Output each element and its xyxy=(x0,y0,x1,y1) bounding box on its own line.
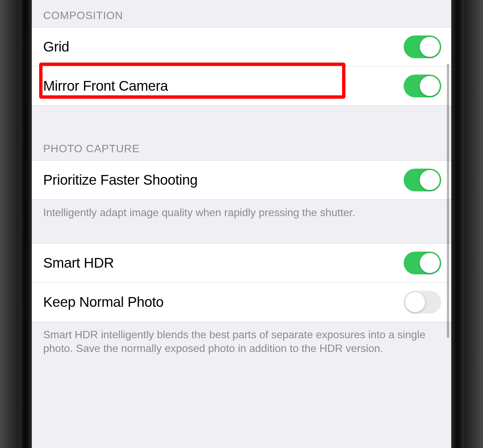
row-smart-hdr[interactable]: Smart HDR xyxy=(32,243,451,283)
device-frame: COMPOSITION Grid Mirror Front Camera PHO… xyxy=(0,0,483,448)
toggle-knob xyxy=(420,170,440,190)
toggle-knob xyxy=(420,253,440,273)
bezel-edge-left xyxy=(0,0,19,448)
section-header-composition: COMPOSITION xyxy=(32,0,451,27)
row-label-mirror-front-camera: Mirror Front Camera xyxy=(43,78,168,94)
section-header-photo-capture: PHOTO CAPTURE xyxy=(32,106,451,160)
toggle-knob xyxy=(420,76,440,96)
row-prioritize-faster-shooting[interactable]: Prioritize Faster Shooting xyxy=(32,160,451,200)
scroll-indicator[interactable] xyxy=(447,64,449,338)
toggle-prioritize-faster-shooting[interactable] xyxy=(404,169,441,191)
row-label-grid: Grid xyxy=(43,39,69,55)
row-label-smart-hdr: Smart HDR xyxy=(43,255,114,271)
toggle-grid[interactable] xyxy=(404,35,441,58)
footer-smart-hdr: Smart HDR intelligently blends the best … xyxy=(32,322,451,362)
toggle-keep-normal-photo[interactable] xyxy=(404,291,441,313)
bezel-inner-left xyxy=(19,0,32,448)
row-label-keep-normal-photo: Keep Normal Photo xyxy=(43,294,164,310)
bezel-edge-right xyxy=(464,0,483,448)
row-keep-normal-photo[interactable]: Keep Normal Photo xyxy=(32,283,451,322)
row-grid[interactable]: Grid xyxy=(32,27,451,67)
row-label-prioritize-faster-shooting: Prioritize Faster Shooting xyxy=(43,172,197,188)
bezel-right xyxy=(451,0,483,448)
toggle-knob xyxy=(405,292,425,312)
row-mirror-front-camera[interactable]: Mirror Front Camera xyxy=(32,67,451,106)
toggle-knob xyxy=(420,37,440,57)
bezel-inner-right xyxy=(451,0,464,448)
toggle-mirror-front-camera[interactable] xyxy=(404,75,441,97)
settings-screen[interactable]: COMPOSITION Grid Mirror Front Camera PHO… xyxy=(32,0,451,448)
footer-prioritize-faster-shooting: Intelligently adapt image quality when r… xyxy=(32,200,451,227)
bezel-left xyxy=(0,0,32,448)
toggle-smart-hdr[interactable] xyxy=(404,252,441,274)
